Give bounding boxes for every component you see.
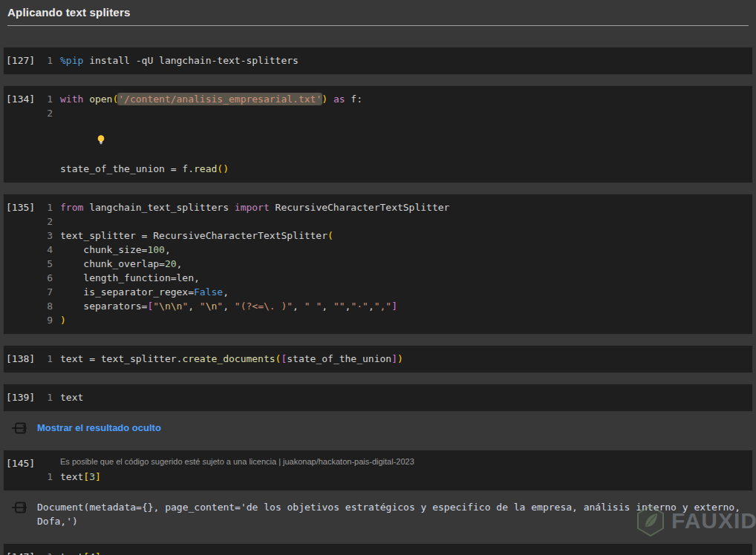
code-editor[interactable]: 1 text[4] [41, 550, 752, 555]
code-line: 6 length_function=len, [41, 271, 752, 285]
code-cell: [135] 1 from langchain_text_splitters im… [3, 194, 753, 335]
cell-output: Document(metadata={}, page_content='de l… [3, 496, 753, 533]
code-text: text[3] [60, 470, 101, 484]
code-line: 1 %pip install -qU langchain-text-splitt… [41, 53, 752, 68]
output-text-line: Document(metadata={}, page_content='de l… [37, 500, 740, 514]
line-number: 1 [41, 470, 53, 484]
code-cell: [134] 1 with open('/content/analisis_emp… [3, 85, 753, 183]
output-options-icon[interactable] [12, 421, 28, 435]
code-editor[interactable]: 1 with open('/content/analisis_empresari… [41, 92, 752, 176]
code-cell: [145] Es posible que el código sugerido … [3, 450, 753, 491]
code-line: 1 text [41, 390, 752, 404]
section-header: Aplicando text spliters [0, 0, 756, 26]
line-number: 2 [41, 106, 53, 176]
line-number: 8 [41, 299, 53, 313]
code-text: is_separator_regex=False, [60, 285, 229, 299]
code-text: ) [60, 313, 66, 327]
code-line: 2 [41, 214, 752, 229]
code-cell: [127] 1 %pip install -qU langchain-text-… [3, 47, 753, 75]
code-line: 8 separators=["\n\n", "\n", "(?<=\. )", … [41, 299, 752, 313]
code-line: 2 state_of_the_union = f.read() [41, 106, 752, 176]
code-text: text = text_splitter.create_documents([s… [60, 352, 403, 366]
cell-output: Mostrar el resultado oculto [3, 416, 753, 439]
lightbulb-code-action-icon[interactable] [72, 120, 84, 131]
line-number: 2 [41, 214, 53, 229]
show-hidden-output-link[interactable]: Mostrar el resultado oculto [37, 422, 161, 433]
code-text: separators=["\n\n", "\n", "(?<=\. )", " … [60, 299, 397, 313]
execution-count: [134] [4, 92, 41, 106]
code-editor[interactable]: Es posible que el código sugerido esté s… [41, 456, 752, 484]
line-number: 9 [41, 313, 53, 327]
code-text: with open('/content/analisis_empresarial… [60, 92, 362, 106]
line-number: 1 [41, 390, 53, 404]
code-text: text [60, 390, 83, 404]
line-number: 4 [41, 243, 53, 257]
line-number: 1 [41, 53, 53, 68]
line-number: 1 [41, 200, 53, 214]
line-number: 1 [41, 352, 53, 366]
code-line: 3 text_splitter = RecursiveCharacterText… [41, 229, 752, 243]
code-cell: [147] 1 text[4] [3, 543, 753, 555]
execution-count: [135] [4, 200, 41, 214]
code-text: text[4] [60, 550, 101, 555]
output-options-icon[interactable] [12, 501, 28, 514]
code-line: 7 is_separator_regex=False, [41, 285, 752, 299]
code-text: text_splitter = RecursiveCharacterTextSp… [60, 229, 333, 243]
line-number: 3 [41, 229, 53, 243]
code-text: length_function=len, [60, 271, 200, 285]
notebook: [127] 1 %pip install -qU langchain-text-… [0, 47, 756, 555]
copilot-license-notice: Es posible que el código sugerido esté s… [60, 456, 752, 467]
code-line: 1 text = text_splitter.create_documents(… [41, 352, 752, 366]
execution-count: [138] [4, 352, 41, 366]
output-body: Document(metadata={}, page_content='de l… [37, 500, 740, 528]
execution-count: [127] [4, 53, 41, 68]
line-number: 6 [41, 271, 53, 285]
code-line: 1 text[3] [41, 470, 752, 484]
code-cell: [138] 1 text = text_splitter.create_docu… [3, 345, 753, 373]
code-line: 9 ) [41, 313, 752, 327]
code-line: 1 from langchain_text_splitters import R… [41, 200, 752, 214]
code-line: 4 chunk_size=100, [41, 243, 752, 257]
execution-count: [139] [4, 390, 41, 404]
code-editor[interactable]: 1 from langchain_text_splitters import R… [41, 200, 752, 327]
code-line: 5 chunk_overlap=20, [41, 257, 752, 271]
execution-count: [145] [4, 456, 41, 470]
code-line: 1 text[4] [41, 550, 752, 555]
code-editor[interactable]: 1 text [41, 390, 752, 404]
header-divider [7, 25, 749, 26]
line-number: 7 [41, 285, 53, 299]
code-text: from langchain_text_splitters import Rec… [60, 200, 449, 214]
code-line: 1 with open('/content/analisis_empresari… [41, 92, 752, 106]
output-body: Mostrar el resultado oculto [37, 421, 161, 435]
execution-count: [147] [4, 550, 41, 555]
code-text: state_of_the_union = f.read() [60, 106, 229, 176]
code-text: %pip install -qU langchain-text-splitter… [60, 53, 299, 68]
code-text: chunk_size=100, [60, 243, 171, 257]
line-number: 5 [41, 257, 53, 271]
line-number: 1 [41, 92, 53, 106]
output-text-line: Dofa,') [37, 514, 740, 528]
code-text: chunk_overlap=20, [60, 257, 182, 271]
code-cell: [139] 1 text [3, 384, 753, 412]
code-editor[interactable]: 1 text = text_splitter.create_documents(… [41, 352, 752, 366]
line-number: 1 [41, 550, 53, 555]
page-title: Aplicando text spliters [7, 6, 749, 25]
code-editor[interactable]: 1 %pip install -qU langchain-text-splitt… [41, 53, 752, 68]
